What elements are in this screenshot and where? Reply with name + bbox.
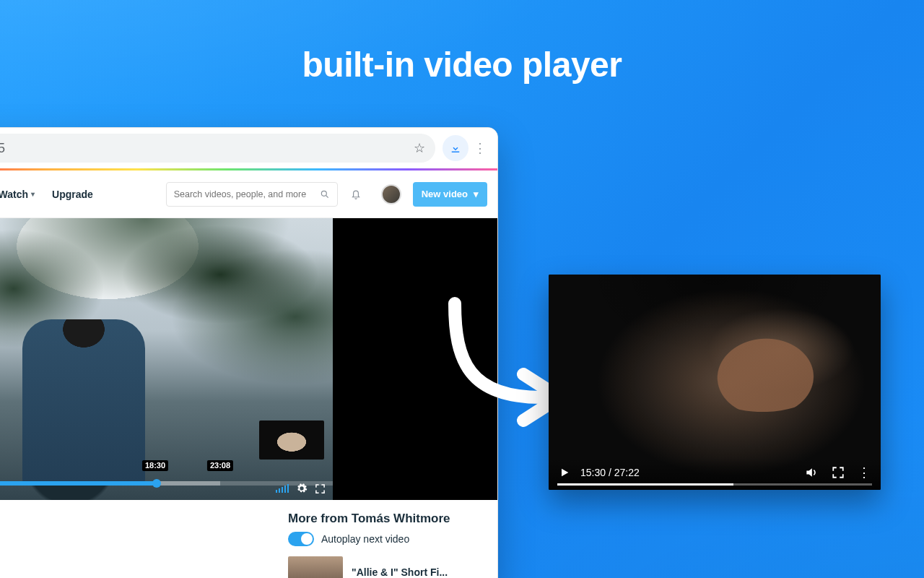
site-search[interactable] (166, 182, 338, 207)
download-extension-icon[interactable] (443, 135, 468, 161)
more-icon[interactable]: ⋮ (858, 466, 871, 479)
reco-title: "Allie & I" Short Fi... (352, 566, 448, 578)
volume-icon[interactable] (804, 465, 819, 480)
search-input[interactable] (174, 189, 320, 199)
browser-menu-icon[interactable]: ⋮ (471, 140, 489, 156)
fullscreen-icon[interactable] (315, 483, 326, 494)
recommendation-row[interactable]: "Allie & I" Short Fi... (288, 556, 487, 578)
player-time: 15:30 / 27:22 (580, 467, 640, 478)
gear-icon[interactable] (296, 483, 308, 494)
headline: built-in video player (0, 45, 924, 85)
nav-label: Upgrade (52, 189, 93, 200)
autoplay-row[interactable]: Autoplay next video (288, 532, 487, 546)
nav-label: Watch (0, 189, 28, 200)
nav-item-watch[interactable]: Watch▾ (0, 184, 38, 204)
embedded-controls (0, 478, 333, 500)
avatar[interactable] (381, 184, 401, 204)
button-label: New video (422, 189, 468, 199)
volume-bars-icon[interactable] (276, 484, 289, 493)
address-bar[interactable]: 9495 ☆ (0, 134, 435, 163)
search-icon[interactable] (320, 189, 330, 199)
autoplay-toggle[interactable] (288, 532, 314, 546)
svg-line-2 (326, 195, 328, 197)
chevron-down-icon: ▾ (474, 189, 479, 199)
nav-item-upgrade[interactable]: Upgrade (49, 184, 96, 204)
time-marker-b: 23:08 (207, 460, 233, 471)
browser-window: 9495 ☆ ⋮ es▾ Watch▾ Upgrade New vid (0, 127, 498, 578)
url-fragment: 9495 (0, 141, 414, 156)
player-duration: 27:22 (614, 467, 640, 478)
play-icon[interactable] (559, 467, 570, 478)
autoplay-label: Autoplay next video (321, 533, 409, 545)
bell-icon[interactable] (349, 188, 370, 201)
builtin-player[interactable]: 15:30 / 27:22 ⋮ (549, 275, 881, 490)
reco-thumb[interactable] (288, 556, 343, 578)
video-frame[interactable]: 18:30 23:08 (0, 218, 333, 500)
next-video-thumb[interactable] (259, 420, 324, 460)
below-video: More from Tomás Whitmore Autoplay next v… (0, 500, 497, 578)
browser-toolbar: 9495 ☆ ⋮ (0, 128, 497, 168)
embedded-video[interactable]: 18:30 23:08 (0, 218, 497, 500)
player-elapsed: 15:30 (580, 467, 606, 478)
time-marker-a: 18:30 (142, 460, 168, 471)
player-progress[interactable] (557, 483, 872, 486)
star-icon[interactable]: ☆ (414, 140, 425, 156)
fullscreen-icon[interactable] (832, 466, 845, 479)
svg-rect-0 (452, 152, 460, 153)
svg-point-1 (321, 191, 326, 196)
more-from-heading: More from Tomás Whitmore (288, 512, 487, 526)
site-nav: es▾ Watch▾ Upgrade New video ▾ (0, 171, 497, 218)
chevron-down-icon: ▾ (31, 190, 35, 198)
new-video-button[interactable]: New video ▾ (413, 182, 487, 207)
